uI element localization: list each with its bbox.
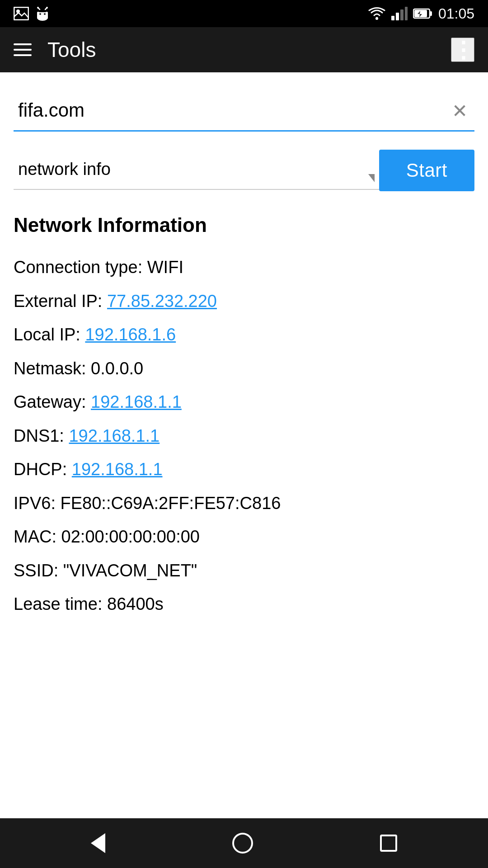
svg-point-9: [46, 7, 48, 9]
domain-input[interactable]: [14, 90, 474, 132]
svg-rect-16: [396, 13, 399, 20]
svg-rect-17: [400, 9, 404, 20]
lease-time-row: Lease time: 86400s: [14, 589, 474, 619]
svg-rect-20: [430, 11, 432, 16]
tool-dropdown-value[interactable]: network info: [14, 150, 379, 190]
status-time: 01:05: [438, 5, 474, 22]
svg-point-8: [37, 7, 39, 9]
menu-button[interactable]: [14, 43, 32, 56]
wifi-icon: [368, 6, 386, 21]
external-ip-value[interactable]: 77.85.232.220: [107, 292, 217, 311]
recent-apps-button[interactable]: [380, 835, 397, 852]
connection-type: Connection type: WIFI: [14, 252, 474, 283]
ipv6-row: IPV6: FE80::C69A:2FF:FE57:C816: [14, 488, 474, 519]
main-content: ✕ network info Start Network Information…: [0, 72, 488, 818]
svg-rect-21: [414, 10, 427, 17]
svg-rect-12: [39, 17, 41, 20]
gallery-icon: [14, 7, 29, 20]
signal-icon: [391, 7, 408, 20]
recent-apps-icon: [380, 835, 397, 852]
external-ip-label: External IP:: [14, 292, 107, 311]
dhcp-row: DHCP: 192.168.1.1: [14, 454, 474, 485]
mac-row: MAC: 02:00:00:00:00:00: [14, 522, 474, 552]
svg-rect-18: [405, 7, 408, 20]
clear-button[interactable]: ✕: [450, 99, 470, 123]
dhcp-value[interactable]: 192.168.1.1: [72, 460, 163, 479]
start-button[interactable]: Start: [379, 150, 474, 191]
tool-row: network info Start: [14, 150, 474, 191]
status-bar-left-icons: [14, 6, 49, 21]
svg-rect-15: [391, 16, 394, 20]
ssid-row: SSID: "VIVACOM_NET": [14, 556, 474, 586]
dhcp-label: DHCP:: [14, 460, 72, 479]
svg-point-14: [375, 17, 378, 20]
gateway-value[interactable]: 192.168.1.1: [91, 392, 182, 411]
network-information-section: Network Information Connection type: WIF…: [14, 214, 474, 619]
netmask-row: Netmask: 0.0.0.0: [14, 354, 474, 384]
app-bar: Tools ⋮: [0, 27, 488, 72]
local-ip-row: Local IP: 192.168.1.6: [14, 320, 474, 350]
battery-icon: [413, 7, 433, 20]
status-bar: 01:05: [0, 0, 488, 27]
dns1-label: DNS1:: [14, 426, 69, 445]
svg-rect-0: [14, 7, 28, 20]
svg-rect-13: [44, 17, 46, 20]
svg-rect-11: [46, 12, 48, 16]
status-bar-right-icons: 01:05: [368, 5, 474, 22]
app-title: Tools: [47, 38, 96, 62]
home-icon: [232, 833, 253, 854]
home-button[interactable]: [232, 833, 253, 854]
dns1-value[interactable]: 192.168.1.1: [69, 426, 160, 445]
section-title: Network Information: [14, 214, 474, 236]
bottom-nav: [0, 818, 488, 868]
svg-point-4: [39, 13, 41, 15]
local-ip-value[interactable]: 192.168.1.6: [85, 325, 176, 344]
chevron-down-icon: [368, 174, 375, 182]
local-ip-label: Local IP:: [14, 325, 85, 344]
dns1-row: DNS1: 192.168.1.1: [14, 421, 474, 451]
back-button[interactable]: [91, 833, 105, 853]
gateway-label: Gateway:: [14, 392, 91, 411]
svg-point-5: [44, 13, 46, 15]
more-options-button[interactable]: ⋮: [451, 38, 474, 62]
network-info-details: Connection type: WIFI External IP: 77.85…: [14, 252, 474, 619]
gateway-row: Gateway: 192.168.1.1: [14, 387, 474, 417]
svg-rect-10: [37, 12, 39, 16]
tool-dropdown[interactable]: network info: [14, 150, 379, 191]
app-bar-left: Tools: [14, 38, 96, 62]
external-ip-row: External IP: 77.85.232.220: [14, 286, 474, 316]
back-icon: [91, 833, 105, 853]
search-container: ✕: [14, 90, 474, 132]
android-icon: [36, 6, 49, 21]
